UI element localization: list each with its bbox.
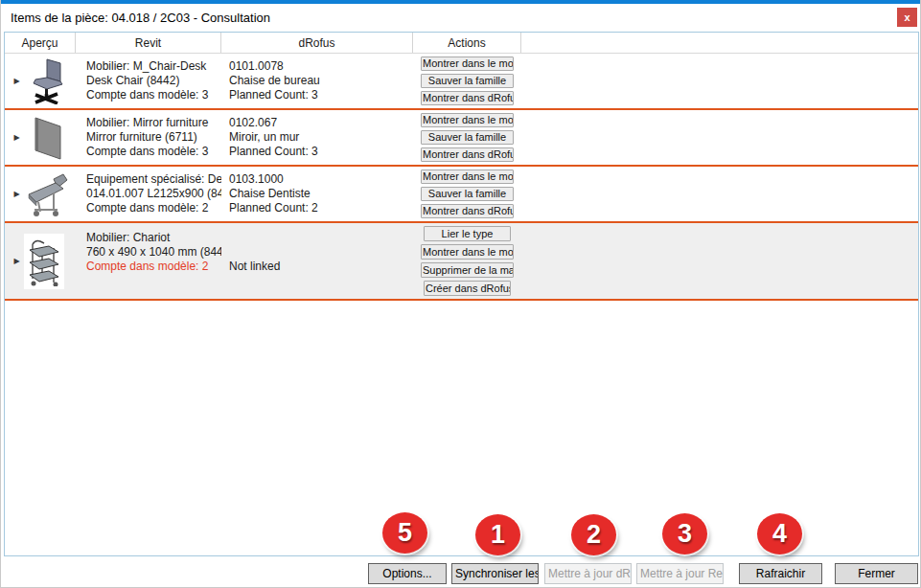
drofus-line: Chaise de bureau xyxy=(229,74,413,88)
revit-cell: Mobilier: Mirror furniture Mirror furnit… xyxy=(76,116,221,159)
empty-cell xyxy=(521,167,918,221)
desk-chair-image xyxy=(24,57,70,106)
save-family-button[interactable]: Sauver la famille xyxy=(421,187,514,201)
drofus-count-line: Planned Count: 3 xyxy=(229,88,413,102)
table-row-cart[interactable]: ▶ Mobilier: Chariot 760 x 490 x 1040 mm xyxy=(5,223,918,301)
show-in-model-button[interactable]: Montrer dans le mod xyxy=(421,170,514,184)
close-button[interactable]: Fermer xyxy=(835,563,918,584)
cart-image xyxy=(24,234,64,289)
preview-cell: ▶ xyxy=(5,223,76,299)
show-in-drofus-button[interactable]: Montrer dans dRofus xyxy=(421,147,514,162)
expand-arrow-icon[interactable]: ▶ xyxy=(10,190,24,198)
actions-cell: Montrer dans le mod Sauver la famille Mo… xyxy=(413,54,521,108)
revit-count-line: Compte dans modèle: 3 xyxy=(86,145,221,159)
revit-line: Desk Chair (8442) xyxy=(86,74,221,88)
drofus-line: 0103.1000 xyxy=(229,172,413,187)
revit-count-alert-line: Compte dans modèle: 2 xyxy=(86,260,221,274)
empty-cell xyxy=(521,54,918,108)
empty-cell xyxy=(521,110,918,165)
drofus-cell: 0101.0078 Chaise de bureau Planned Count… xyxy=(221,59,413,102)
show-in-model-button[interactable]: Montrer dans le mod xyxy=(421,57,514,71)
update-revit-button[interactable]: Mettre à jour Re xyxy=(636,563,724,584)
annotation-badge-1: 1 xyxy=(475,514,520,555)
link-type-button[interactable]: Lier le type xyxy=(424,226,511,241)
empty-cell xyxy=(521,223,918,299)
expand-arrow-icon[interactable]: ▶ xyxy=(10,257,24,265)
revit-count-line: Compte dans modèle: 3 xyxy=(86,88,221,102)
drofus-line: Miroir, un mur xyxy=(229,130,413,145)
drofus-line: Chaise Dentiste xyxy=(229,187,413,201)
show-in-model-button[interactable]: Montrer dans le mod xyxy=(421,113,514,127)
annotation-badge-2: 2 xyxy=(571,514,616,555)
close-icon[interactable]: x xyxy=(897,8,917,27)
save-family-button[interactable]: Sauver la famille xyxy=(421,74,514,88)
expand-arrow-icon[interactable]: ▶ xyxy=(10,133,24,142)
revit-line: Mobilier: Chariot xyxy=(86,231,221,245)
actions-cell: Lier le type Montrer dans le mod Supprim… xyxy=(413,223,521,299)
mirror-image xyxy=(24,113,70,163)
drofus-cell: 0102.067 Miroir, un mur Planned Count: 3 xyxy=(221,116,413,159)
revit-line: Mirror furniture (6711) xyxy=(86,130,221,145)
column-header-empty xyxy=(521,33,918,53)
drofus-line xyxy=(229,231,413,245)
dialog-window: Items de la pièce: 04.018 / 2C03 - Consu… xyxy=(0,0,921,588)
refresh-button[interactable]: Rafraichir xyxy=(739,563,822,584)
drofus-line: 0101.0078 xyxy=(229,59,413,74)
revit-cell: Mobilier: Chariot 760 x 490 x 1040 mm (8… xyxy=(76,223,221,274)
table-row-desk-chair[interactable]: ▶ Mobilier: M_Chair-Desk Desk Chair (844… xyxy=(5,54,918,110)
table-header-row: Aperçu Revit dRofus Actions xyxy=(5,33,918,54)
revit-cell: Equipement spécialisé: De 014.01.007 L21… xyxy=(76,172,221,215)
create-in-drofus-button[interactable]: Créer dans dRofus xyxy=(424,281,511,296)
options-button[interactable]: Options... xyxy=(368,563,447,584)
drofus-line: 0102.067 xyxy=(229,116,413,130)
save-family-button[interactable]: Sauver la famille xyxy=(421,130,514,145)
items-table: Aperçu Revit dRofus Actions ▶ xyxy=(4,32,919,556)
dentist-chair-image xyxy=(24,170,70,219)
annotation-badge-5: 5 xyxy=(382,512,427,554)
annotation-badge-4: 4 xyxy=(757,513,802,554)
drofus-cell: 0103.1000 Chaise Dentiste Planned Count:… xyxy=(221,172,413,215)
drofus-cell: Not linked xyxy=(221,223,413,274)
actions-cell: Montrer dans le mod Sauver la famille Mo… xyxy=(413,167,521,221)
column-header-actions[interactable]: Actions xyxy=(413,33,521,53)
show-in-model-button[interactable]: Montrer dans le mod xyxy=(421,244,514,260)
revit-line: Mobilier: M_Chair-Desk xyxy=(86,59,221,74)
remove-from-model-button[interactable]: Supprimer de la maq xyxy=(421,262,514,278)
show-in-drofus-button[interactable]: Montrer dans dRofus xyxy=(421,204,514,218)
titlebar: Items de la pièce: 04.018 / 2C03 - Consu… xyxy=(1,4,920,32)
preview-cell: ▶ xyxy=(5,54,76,108)
drofus-line xyxy=(229,245,413,260)
table-row-mirror[interactable]: ▶ Mobilier: Mirror furniture Mirror furn… xyxy=(5,110,918,167)
column-header-apercu[interactable]: Aperçu xyxy=(5,33,76,53)
preview-cell: ▶ xyxy=(5,110,76,165)
window-title: Items de la pièce: 04.018 / 2C03 - Consu… xyxy=(11,11,270,25)
update-drofus-button[interactable]: Mettre à jour dR xyxy=(544,563,632,584)
drofus-count-line: Planned Count: 2 xyxy=(229,201,413,215)
synchronize-button[interactable]: Synchroniser les xyxy=(451,563,539,584)
revit-count-line: Compte dans modèle: 2 xyxy=(86,201,221,215)
show-in-drofus-button[interactable]: Montrer dans dRofus xyxy=(421,91,514,105)
revit-cell: Mobilier: M_Chair-Desk Desk Chair (8442)… xyxy=(76,59,221,102)
column-header-revit[interactable]: Revit xyxy=(76,33,221,53)
preview-cell: ▶ xyxy=(5,167,76,221)
revit-line: Mobilier: Mirror furniture xyxy=(86,116,221,130)
drofus-count-line: Planned Count: 3 xyxy=(229,145,413,159)
expand-arrow-icon[interactable]: ▶ xyxy=(10,77,24,85)
table-row-dentist-chair[interactable]: ▶ Equipement spécialisé: De 014.01.007 L… xyxy=(5,167,918,223)
revit-line: 014.01.007 L2125x900 (84 xyxy=(86,187,221,201)
annotation-badge-3: 3 xyxy=(662,513,707,554)
drofus-not-linked-line: Not linked xyxy=(229,260,413,274)
revit-line: 760 x 490 x 1040 mm (844 xyxy=(86,245,221,260)
column-header-drofus[interactable]: dRofus xyxy=(221,33,413,53)
revit-line: Equipement spécialisé: De xyxy=(86,172,221,187)
actions-cell: Montrer dans le mod Sauver la famille Mo… xyxy=(413,110,521,165)
